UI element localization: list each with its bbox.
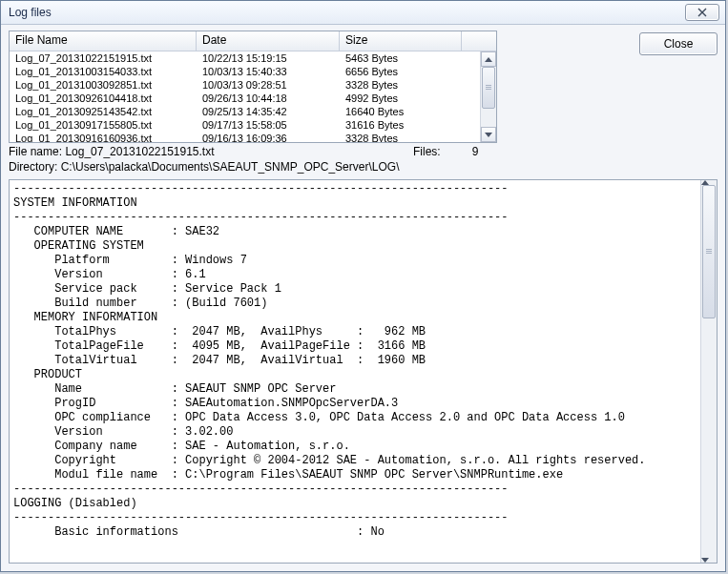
scroll-thumb[interactable] <box>482 67 495 109</box>
files-value: 9 <box>461 145 497 158</box>
window-close-button[interactable] <box>685 4 719 21</box>
cell-size: 31616 Bytes <box>340 118 462 132</box>
cell-date: 09/16/13 16:09:36 <box>197 132 340 142</box>
table-row[interactable]: Log_01_20130926104418.txt09/26/13 10:44:… <box>10 92 480 105</box>
cell-date: 10/03/13 09:28:51 <box>197 78 340 92</box>
cell-date: 10/03/13 15:40:33 <box>197 65 340 78</box>
log-scroll-down[interactable] <box>701 558 717 563</box>
cell-filename: Log_07_20131022151915.txt <box>10 51 197 65</box>
cell-size: 4992 Bytes <box>340 92 462 105</box>
cell-date: 09/17/13 15:58:05 <box>197 118 340 132</box>
titlebar[interactable]: Log files <box>1 1 725 25</box>
cell-size: 3328 Bytes <box>340 78 462 92</box>
cell-size: 3328 Bytes <box>340 132 462 142</box>
chevron-down-icon <box>701 558 709 563</box>
cell-filename: Log_01_20130916160936.txt <box>10 132 197 142</box>
cell-size: 6656 Bytes <box>340 65 462 78</box>
window-title: Log files <box>7 6 685 19</box>
cell-filename: Log_01_20130926104418.txt <box>10 92 197 105</box>
cell-date: 09/26/13 10:44:18 <box>197 92 340 105</box>
log-scroll-track[interactable] <box>701 185 717 558</box>
directory-value: C:\Users\palacka\Documents\SAEAUT_SNMP_O… <box>61 160 400 174</box>
log-scroll-thumb[interactable] <box>702 185 716 318</box>
client-area: File Name Date Size Log_07_2013102215191… <box>1 25 725 571</box>
close-button[interactable]: Close <box>639 32 718 55</box>
log-files-window: Log files File Name Date Size Log_07_201… <box>0 0 726 572</box>
close-button-label: Close <box>664 37 694 51</box>
table-row[interactable]: Log_01_20130925143542.txt09/25/13 14:35:… <box>10 105 480 118</box>
log-panel: ----------------------------------------… <box>9 179 718 564</box>
table-row[interactable]: Log_01_20131003092851.txt10/03/13 09:28:… <box>10 78 480 92</box>
file-list[interactable]: File Name Date Size Log_07_2013102215191… <box>9 31 497 143</box>
files-label: Files: <box>413 145 461 158</box>
file-list-header[interactable]: File Name Date Size <box>10 31 496 51</box>
table-row[interactable]: Log_01_20130917155805.txt09/17/13 15:58:… <box>10 118 480 132</box>
table-row[interactable]: Log_01_20130916160936.txt09/16/13 16:09:… <box>10 132 480 142</box>
cell-date: 10/22/13 15:19:15 <box>197 51 340 65</box>
cell-filename: Log_01_20131003092851.txt <box>10 78 197 92</box>
scroll-up-button[interactable] <box>481 51 496 67</box>
filename-value: Log_07_20131022151915.txt <box>65 145 214 158</box>
file-list-scrollbar[interactable] <box>480 51 496 142</box>
close-icon <box>696 8 709 17</box>
directory-label: Directory: <box>9 160 57 174</box>
filename-label: File name: <box>9 145 62 158</box>
col-header-filename[interactable]: File Name <box>10 31 197 51</box>
table-row[interactable]: Log_07_20131022151915.txt10/22/13 15:19:… <box>10 51 480 65</box>
col-header-date[interactable]: Date <box>197 31 340 51</box>
col-header-pad <box>462 31 496 51</box>
col-header-size[interactable]: Size <box>340 31 462 51</box>
cell-filename: Log_01_20131003154033.txt <box>10 65 197 78</box>
log-text[interactable]: ----------------------------------------… <box>10 180 700 563</box>
table-row[interactable]: Log_01_20131003154033.txt10/03/13 15:40:… <box>10 65 480 78</box>
cell-filename: Log_01_20130925143542.txt <box>10 105 197 118</box>
scroll-track[interactable] <box>481 67 496 127</box>
file-list-body[interactable]: Log_07_20131022151915.txt10/22/13 15:19:… <box>10 51 480 142</box>
cell-size: 16640 Bytes <box>340 105 462 118</box>
chevron-up-icon <box>485 57 492 62</box>
log-scrollbar[interactable] <box>700 180 717 563</box>
cell-size: 5463 Bytes <box>340 51 462 65</box>
cell-date: 09/25/13 14:35:42 <box>197 105 340 118</box>
chevron-down-icon <box>485 133 492 137</box>
cell-filename: Log_01_20130917155805.txt <box>10 118 197 132</box>
scroll-down-button[interactable] <box>481 127 496 142</box>
